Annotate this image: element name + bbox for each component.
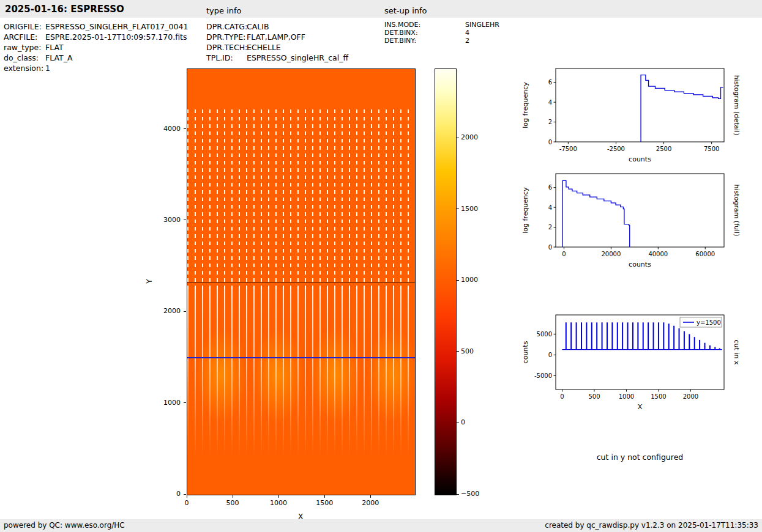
svg-text:X: X [638, 403, 643, 411]
svg-text:6: 6 [548, 184, 552, 191]
svg-text:histogram (full): histogram (full) [733, 185, 741, 237]
colorbar-tick-label: 1500 [461, 205, 478, 213]
meta-extension: extension:1 [4, 64, 50, 73]
colorbar-tick-mark [457, 138, 459, 138]
meta-dprtype-key: DPR.TYPE: [206, 32, 247, 42]
svg-text:2500: 2500 [656, 146, 671, 152]
main-ytick-mark [184, 494, 186, 495]
cut-position-line [187, 357, 415, 358]
meta-origfile-key: ORIGFILE: [4, 22, 45, 31]
svg-text:40000: 40000 [648, 251, 668, 257]
meta-tplid: TPL.ID:ESPRESSO_singleHR_cal_ff [206, 53, 348, 62]
main-xtick-label: 1500 [309, 499, 340, 507]
svg-text:-7500: -7500 [559, 146, 577, 152]
meta-dprtype: DPR.TYPE:FLAT,LAMP,OFF [206, 32, 305, 42]
meta-doclass-key: do_class: [4, 53, 45, 62]
setup-info-heading: set-up info [384, 6, 427, 15]
svg-text:0: 0 [562, 251, 566, 257]
footer-bar: powered by QC: www.eso.org/HC created by… [0, 519, 762, 532]
colorbar-tick-label: 1000 [461, 276, 478, 284]
svg-text:2: 2 [548, 119, 552, 125]
meta-dprtech-key: DPR.TECH: [206, 43, 247, 52]
meta-dprcatg-key: DPR.CATG: [206, 22, 247, 31]
svg-text:2: 2 [548, 224, 552, 231]
colorbar-tick-label: −500 [461, 490, 479, 498]
colorbar-tick-mark [457, 494, 459, 495]
svg-text:7500: 7500 [704, 146, 719, 152]
colorbar-tick-label: 0 [461, 418, 465, 426]
main-xtick-mark [278, 495, 279, 498]
svg-text:20000: 20000 [601, 251, 621, 257]
main-plot-ylabel: Y [145, 279, 154, 283]
meta-origfile: ORIGFILE:ESPRESSO_SINGLEHR_FLAT017_0041 [4, 22, 188, 31]
main-xtick-mark [324, 495, 325, 498]
meta-doclass: do_class:FLAT_A [4, 53, 72, 62]
svg-text:counts: counts [629, 260, 651, 268]
meta-arcfile: ARCFILE:ESPRE.2025-01-17T10:09:57.170.fi… [4, 32, 187, 42]
page-title: 2025-01-16: ESPRESSO [5, 4, 124, 15]
svg-text:6: 6 [548, 79, 552, 86]
main-xtick-mark [370, 495, 371, 498]
svg-text:0: 0 [548, 139, 552, 146]
colorbar-tick-mark [457, 209, 459, 209]
meta-detbiny-value: 2 [465, 37, 469, 45]
svg-text:60000: 60000 [695, 251, 715, 257]
main-ytick-label: 3000 [150, 216, 181, 224]
meta-detbinx: DET.BINX:4 [384, 29, 469, 37]
histogram-full-chart: 02000040000600000246countslog frequencyh… [519, 169, 741, 275]
histogram-detail-chart: -7500-2500250075000246countslog frequenc… [519, 64, 741, 169]
svg-text:histogram (detail): histogram (detail) [733, 75, 741, 136]
svg-text:2000: 2000 [683, 393, 698, 400]
type-info-heading: type info [206, 6, 242, 15]
meta-dprtech-value: ECHELLE [247, 43, 281, 52]
main-xtick-mark [187, 495, 187, 498]
svg-text:0: 0 [548, 352, 552, 358]
meta-dprtype-value: FLAT,LAMP,OFF [247, 32, 305, 42]
svg-text:500: 500 [588, 393, 600, 400]
main-ytick-label: 1000 [150, 399, 181, 407]
svg-text:4: 4 [548, 99, 552, 106]
colorbar-tick-mark [457, 280, 459, 281]
meta-doclass-value: FLAT_A [45, 53, 72, 62]
main-xtick-label: 500 [217, 499, 248, 507]
meta-dprcatg-value: CALIB [247, 22, 269, 31]
main-xtick-label: 2000 [355, 499, 386, 507]
meta-rawtype: raw_type:FLAT [4, 43, 64, 52]
echelle-order-dashes-layer [187, 109, 415, 292]
header-bar: 2025-01-16: ESPRESSO type info set-up in… [0, 0, 762, 18]
colorbar-tick-mark [457, 351, 459, 352]
colorbar-tick-label: 2000 [461, 133, 478, 141]
detector-gap-line [187, 282, 415, 283]
meta-detbiny-key: DET.BINY: [384, 37, 465, 45]
colorbar-tick-mark [457, 423, 459, 423]
svg-text:-2500: -2500 [607, 146, 625, 152]
meta-tplid-value: ESPRESSO_singleHR_cal_ff [247, 53, 348, 62]
meta-extension-value: 1 [45, 64, 50, 73]
svg-text:y=1500: y=1500 [697, 319, 721, 326]
svg-text:0: 0 [560, 393, 564, 400]
svg-text:cut in x: cut in x [733, 340, 741, 365]
main-ytick-label: 2000 [150, 307, 181, 315]
meta-origfile-value: ESPRESSO_SINGLEHR_FLAT017_0041 [45, 22, 188, 31]
footer-qc-link[interactable]: powered by QC: www.eso.org/HC [4, 521, 125, 530]
main-xtick-mark [233, 495, 233, 498]
main-xtick-label: 1000 [263, 499, 294, 507]
main-ytick-mark [184, 311, 186, 312]
echelle-order-stripes-layer [187, 286, 415, 457]
meta-arcfile-value: ESPRE.2025-01-17T10:09:57.170.fits [45, 32, 187, 42]
meta-insmode-key: INS.MODE: [384, 21, 465, 29]
cut-in-y-note: cut in y not configured [556, 453, 724, 462]
meta-dprcatg: DPR.CATG:CALIB [206, 22, 269, 31]
meta-detbinx-value: 4 [465, 29, 469, 37]
svg-text:0: 0 [548, 244, 552, 251]
svg-text:5000: 5000 [537, 331, 552, 338]
main-ytick-label: 4000 [150, 125, 181, 133]
footer-created-by: created by qc_rawdisp.py v1.2.3 on 2025-… [545, 521, 758, 530]
svg-text:counts: counts [629, 155, 651, 163]
meta-detbiny: DET.BINY:2 [384, 37, 469, 45]
meta-insmode-value: SINGLEHR [465, 21, 499, 29]
meta-detbinx-key: DET.BINX: [384, 29, 465, 37]
main-xtick-label: 0 [171, 499, 202, 507]
svg-text:1000: 1000 [619, 393, 634, 400]
main-ytick-label: 0 [150, 490, 181, 498]
